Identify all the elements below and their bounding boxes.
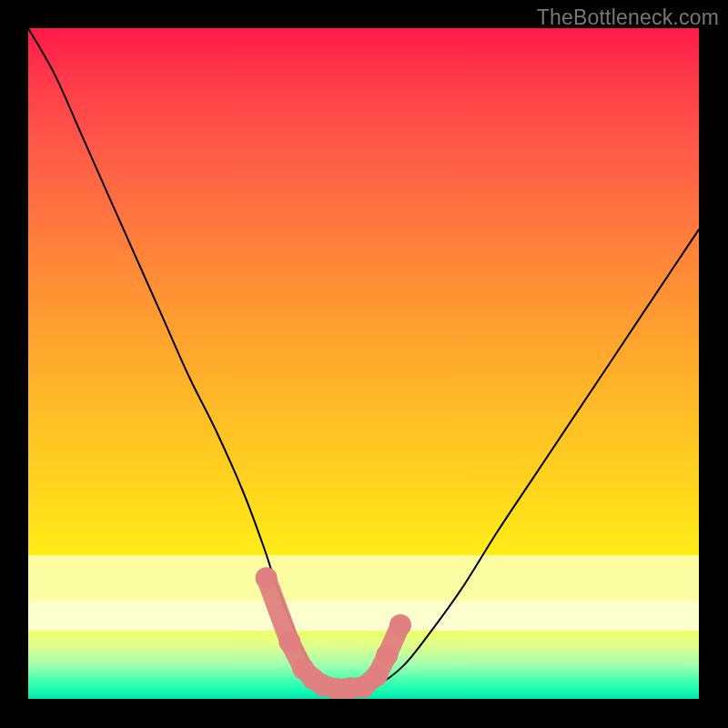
bottleneck-curve-line [28,28,699,692]
optimal-marker-dot [389,614,411,636]
curve-layer [28,28,699,699]
chart-frame: TheBottleneck.com [0,0,728,728]
watermark-text: TheBottleneck.com [537,5,719,30]
plot-area [28,28,699,699]
optimal-marker-dot [376,644,398,666]
optimal-marker-dot [366,664,388,686]
optimal-marker-dot [256,567,278,589]
optimal-marker-dot [278,631,300,652]
